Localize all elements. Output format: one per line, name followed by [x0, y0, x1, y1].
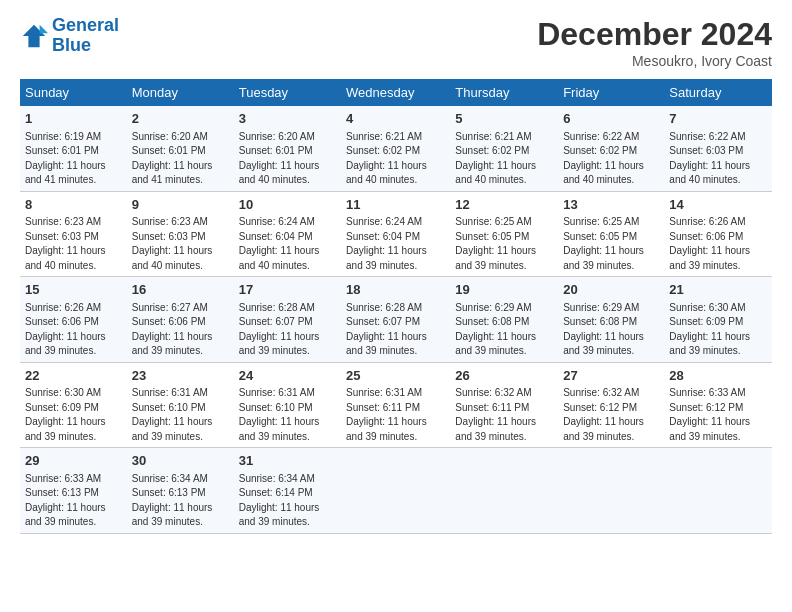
calendar-cell: 9Sunrise: 6:23 AMSunset: 6:03 PMDaylight…	[127, 191, 234, 277]
day-info: Sunrise: 6:32 AMSunset: 6:12 PMDaylight:…	[563, 387, 644, 442]
calendar-cell: 24Sunrise: 6:31 AMSunset: 6:10 PMDayligh…	[234, 362, 341, 448]
week-row-1: 1Sunrise: 6:19 AMSunset: 6:01 PMDaylight…	[20, 106, 772, 191]
calendar-cell: 7Sunrise: 6:22 AMSunset: 6:03 PMDaylight…	[664, 106, 772, 191]
day-number: 13	[563, 196, 659, 214]
calendar-cell: 20Sunrise: 6:29 AMSunset: 6:08 PMDayligh…	[558, 277, 664, 363]
day-info: Sunrise: 6:29 AMSunset: 6:08 PMDaylight:…	[455, 302, 536, 357]
calendar-cell: 19Sunrise: 6:29 AMSunset: 6:08 PMDayligh…	[450, 277, 558, 363]
header-day-wednesday: Wednesday	[341, 79, 450, 106]
calendar-cell: 21Sunrise: 6:30 AMSunset: 6:09 PMDayligh…	[664, 277, 772, 363]
day-info: Sunrise: 6:24 AMSunset: 6:04 PMDaylight:…	[346, 216, 427, 271]
day-number: 31	[239, 452, 336, 470]
day-number: 1	[25, 110, 122, 128]
day-number: 24	[239, 367, 336, 385]
logo-line2: Blue	[52, 35, 91, 55]
day-number: 11	[346, 196, 445, 214]
day-number: 7	[669, 110, 767, 128]
logo: General Blue	[20, 16, 119, 56]
day-info: Sunrise: 6:25 AMSunset: 6:05 PMDaylight:…	[455, 216, 536, 271]
day-info: Sunrise: 6:33 AMSunset: 6:12 PMDaylight:…	[669, 387, 750, 442]
day-info: Sunrise: 6:30 AMSunset: 6:09 PMDaylight:…	[669, 302, 750, 357]
month-title: December 2024	[537, 16, 772, 53]
calendar-cell: 14Sunrise: 6:26 AMSunset: 6:06 PMDayligh…	[664, 191, 772, 277]
day-number: 10	[239, 196, 336, 214]
calendar-cell: 6Sunrise: 6:22 AMSunset: 6:02 PMDaylight…	[558, 106, 664, 191]
calendar-cell: 4Sunrise: 6:21 AMSunset: 6:02 PMDaylight…	[341, 106, 450, 191]
calendar-cell	[664, 448, 772, 534]
header-day-saturday: Saturday	[664, 79, 772, 106]
day-number: 18	[346, 281, 445, 299]
calendar-cell: 5Sunrise: 6:21 AMSunset: 6:02 PMDaylight…	[450, 106, 558, 191]
day-number: 21	[669, 281, 767, 299]
day-info: Sunrise: 6:22 AMSunset: 6:02 PMDaylight:…	[563, 131, 644, 186]
calendar-cell: 12Sunrise: 6:25 AMSunset: 6:05 PMDayligh…	[450, 191, 558, 277]
header-row: SundayMondayTuesdayWednesdayThursdayFrid…	[20, 79, 772, 106]
calendar-cell: 26Sunrise: 6:32 AMSunset: 6:11 PMDayligh…	[450, 362, 558, 448]
day-info: Sunrise: 6:33 AMSunset: 6:13 PMDaylight:…	[25, 473, 106, 528]
calendar-cell: 13Sunrise: 6:25 AMSunset: 6:05 PMDayligh…	[558, 191, 664, 277]
logo-text: General Blue	[52, 16, 119, 56]
calendar-cell: 1Sunrise: 6:19 AMSunset: 6:01 PMDaylight…	[20, 106, 127, 191]
header-day-sunday: Sunday	[20, 79, 127, 106]
day-number: 25	[346, 367, 445, 385]
calendar-cell: 22Sunrise: 6:30 AMSunset: 6:09 PMDayligh…	[20, 362, 127, 448]
calendar-table: SundayMondayTuesdayWednesdayThursdayFrid…	[20, 79, 772, 534]
day-info: Sunrise: 6:34 AMSunset: 6:13 PMDaylight:…	[132, 473, 213, 528]
day-info: Sunrise: 6:21 AMSunset: 6:02 PMDaylight:…	[346, 131, 427, 186]
calendar-cell: 30Sunrise: 6:34 AMSunset: 6:13 PMDayligh…	[127, 448, 234, 534]
day-number: 23	[132, 367, 229, 385]
calendar-cell: 17Sunrise: 6:28 AMSunset: 6:07 PMDayligh…	[234, 277, 341, 363]
day-number: 29	[25, 452, 122, 470]
calendar-cell: 27Sunrise: 6:32 AMSunset: 6:12 PMDayligh…	[558, 362, 664, 448]
day-number: 17	[239, 281, 336, 299]
logo-icon	[20, 22, 48, 50]
day-info: Sunrise: 6:25 AMSunset: 6:05 PMDaylight:…	[563, 216, 644, 271]
header: General Blue December 2024 Mesoukro, Ivo…	[20, 16, 772, 69]
day-info: Sunrise: 6:22 AMSunset: 6:03 PMDaylight:…	[669, 131, 750, 186]
day-number: 4	[346, 110, 445, 128]
day-number: 14	[669, 196, 767, 214]
calendar-cell: 8Sunrise: 6:23 AMSunset: 6:03 PMDaylight…	[20, 191, 127, 277]
day-number: 6	[563, 110, 659, 128]
svg-marker-1	[40, 25, 48, 33]
calendar-cell: 29Sunrise: 6:33 AMSunset: 6:13 PMDayligh…	[20, 448, 127, 534]
calendar-cell: 23Sunrise: 6:31 AMSunset: 6:10 PMDayligh…	[127, 362, 234, 448]
day-info: Sunrise: 6:30 AMSunset: 6:09 PMDaylight:…	[25, 387, 106, 442]
logo-line1: General	[52, 15, 119, 35]
title-block: December 2024 Mesoukro, Ivory Coast	[537, 16, 772, 69]
day-info: Sunrise: 6:31 AMSunset: 6:11 PMDaylight:…	[346, 387, 427, 442]
day-info: Sunrise: 6:31 AMSunset: 6:10 PMDaylight:…	[239, 387, 320, 442]
day-info: Sunrise: 6:29 AMSunset: 6:08 PMDaylight:…	[563, 302, 644, 357]
day-number: 20	[563, 281, 659, 299]
day-info: Sunrise: 6:20 AMSunset: 6:01 PMDaylight:…	[132, 131, 213, 186]
calendar-cell: 16Sunrise: 6:27 AMSunset: 6:06 PMDayligh…	[127, 277, 234, 363]
header-day-thursday: Thursday	[450, 79, 558, 106]
header-day-tuesday: Tuesday	[234, 79, 341, 106]
calendar-cell: 18Sunrise: 6:28 AMSunset: 6:07 PMDayligh…	[341, 277, 450, 363]
day-info: Sunrise: 6:19 AMSunset: 6:01 PMDaylight:…	[25, 131, 106, 186]
day-number: 19	[455, 281, 553, 299]
day-number: 22	[25, 367, 122, 385]
calendar-cell	[450, 448, 558, 534]
day-info: Sunrise: 6:20 AMSunset: 6:01 PMDaylight:…	[239, 131, 320, 186]
calendar-cell: 11Sunrise: 6:24 AMSunset: 6:04 PMDayligh…	[341, 191, 450, 277]
calendar-cell	[341, 448, 450, 534]
calendar-cell: 15Sunrise: 6:26 AMSunset: 6:06 PMDayligh…	[20, 277, 127, 363]
calendar-cell: 10Sunrise: 6:24 AMSunset: 6:04 PMDayligh…	[234, 191, 341, 277]
week-row-2: 8Sunrise: 6:23 AMSunset: 6:03 PMDaylight…	[20, 191, 772, 277]
day-number: 28	[669, 367, 767, 385]
day-number: 8	[25, 196, 122, 214]
calendar-cell: 3Sunrise: 6:20 AMSunset: 6:01 PMDaylight…	[234, 106, 341, 191]
day-number: 27	[563, 367, 659, 385]
week-row-5: 29Sunrise: 6:33 AMSunset: 6:13 PMDayligh…	[20, 448, 772, 534]
subtitle: Mesoukro, Ivory Coast	[537, 53, 772, 69]
header-day-monday: Monday	[127, 79, 234, 106]
day-info: Sunrise: 6:23 AMSunset: 6:03 PMDaylight:…	[132, 216, 213, 271]
day-number: 2	[132, 110, 229, 128]
day-info: Sunrise: 6:28 AMSunset: 6:07 PMDaylight:…	[346, 302, 427, 357]
calendar-cell: 31Sunrise: 6:34 AMSunset: 6:14 PMDayligh…	[234, 448, 341, 534]
week-row-4: 22Sunrise: 6:30 AMSunset: 6:09 PMDayligh…	[20, 362, 772, 448]
day-number: 15	[25, 281, 122, 299]
day-number: 26	[455, 367, 553, 385]
day-info: Sunrise: 6:32 AMSunset: 6:11 PMDaylight:…	[455, 387, 536, 442]
